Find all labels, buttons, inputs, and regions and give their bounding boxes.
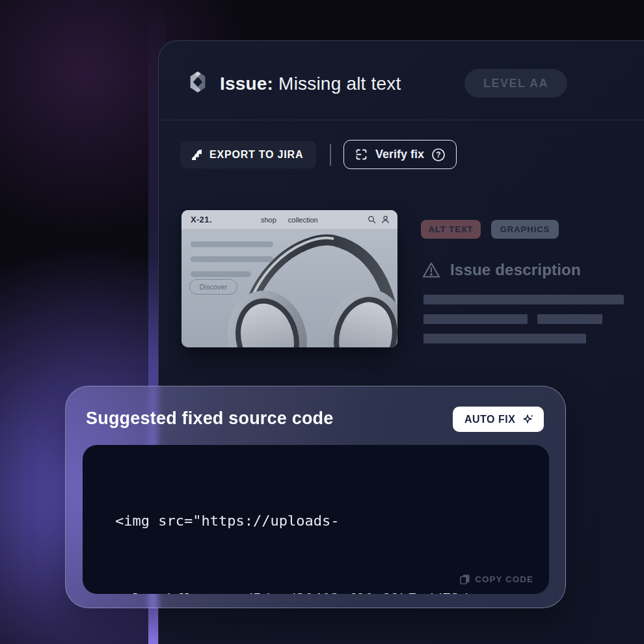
description-skeleton-bar <box>423 295 624 304</box>
preview-skeleton-line <box>191 271 251 277</box>
preview-logo: X-21. <box>191 215 212 224</box>
user-icon[interactable] <box>381 215 390 224</box>
copy-code-label: COPY CODE <box>475 574 533 584</box>
export-to-jira-button[interactable]: EXPORT TO JIRA <box>180 141 316 168</box>
issue-title-text: Missing alt text <box>273 74 401 94</box>
preview-navbar: X-21. shop collection <box>181 210 397 230</box>
copy-code-button[interactable]: COPY CODE <box>459 574 533 585</box>
code-block: <img src="https://uploads- ssl.webflow.c… <box>83 445 549 594</box>
search-icon[interactable] <box>368 215 376 224</box>
suggested-fix-title: Suggested fixed source code <box>86 409 334 429</box>
discover-button[interactable]: Discover <box>189 279 237 295</box>
tag-alt-text[interactable]: ALT TEXT <box>421 220 481 239</box>
verify-fix-button[interactable]: Verify fix ? <box>343 140 457 169</box>
toolbar-separator <box>330 144 331 166</box>
preview-skeleton-line <box>191 256 273 262</box>
auto-fix-button[interactable]: AUTO FIX <box>453 407 544 432</box>
page-title: Issue: Missing alt text <box>220 74 401 94</box>
level-aa-badge: LEVEL AA <box>464 69 567 98</box>
preview-nav-collection[interactable]: collection <box>288 216 318 224</box>
preview-nav-shop[interactable]: shop <box>261 216 276 224</box>
issue-description-title: Issue description <box>450 261 581 279</box>
description-skeleton-bar <box>423 334 586 343</box>
export-to-jira-label: EXPORT TO JIRA <box>209 149 303 161</box>
suggested-fix-panel: Suggested fixed source code AUTO FIX <im… <box>65 386 566 608</box>
issue-title-prefix: Issue: <box>220 74 273 94</box>
gem-logo-icon <box>187 71 209 93</box>
sparkle-icon <box>522 413 535 426</box>
description-skeleton-bar <box>423 314 528 324</box>
issue-header: Issue: Missing alt text LEVEL AA <box>159 41 644 120</box>
copy-icon <box>459 574 470 585</box>
code-line: <img src="https://uploads- <box>115 508 525 534</box>
svg-text:?: ? <box>436 150 440 159</box>
help-icon[interactable]: ? <box>431 148 446 162</box>
auto-fix-label: AUTO FIX <box>464 414 515 425</box>
description-skeleton-bar <box>537 314 602 324</box>
header-divider <box>159 120 644 120</box>
code-line: ssl.webflow.com/5daed20402af90e81b7add72… <box>115 586 525 594</box>
tag-graphics[interactable]: GRAPHICS <box>491 220 559 239</box>
preview-skeleton-line <box>191 241 273 247</box>
jira-icon <box>191 149 202 161</box>
scan-icon <box>355 148 368 161</box>
warning-icon <box>422 262 440 278</box>
site-preview-card: X-21. shop collection Disc <box>181 210 397 347</box>
verify-fix-label: Verify fix <box>375 148 424 161</box>
